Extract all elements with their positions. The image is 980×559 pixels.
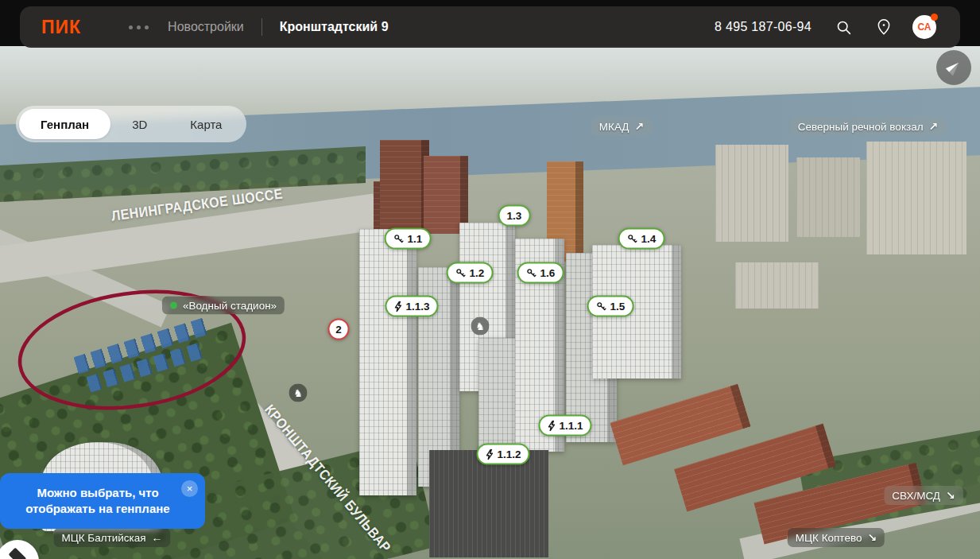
metro-dot-icon — [170, 302, 177, 309]
layers-icon — [9, 548, 27, 559]
building-marker-1-1-1[interactable]: 1.1.1 — [538, 415, 591, 437]
building-marker-1-1-2[interactable]: 1.1.2 — [476, 444, 529, 465]
marker-label: 1.4 — [641, 233, 657, 245]
playground-horse-icon[interactable]: ♞ — [289, 384, 308, 402]
search-icon[interactable] — [835, 19, 852, 36]
arrow-down-right-icon: ↘ — [946, 489, 955, 502]
label-severny-rechnoy-vokzal: Северный речной вокзал ↗ — [790, 117, 947, 136]
view-switcher: Генплан 3D Карта — [16, 106, 246, 142]
arrow-left-icon: ← — [152, 531, 163, 544]
avatar[interactable]: СА — [912, 15, 936, 39]
marker-label: 2 — [335, 324, 342, 336]
label-mck-koptevo: МЦК Коптево ↘ — [788, 528, 885, 547]
tower — [359, 229, 416, 495]
building — [429, 450, 548, 557]
tab-karta[interactable]: Карта — [168, 109, 243, 139]
label-mck-baltiyskaya: МЦК Балтийская ← — [53, 528, 170, 547]
label-svh-msd: СВХ/МСД ↘ — [884, 486, 963, 505]
lightning-icon — [393, 301, 402, 312]
marker-label: 1.5 — [610, 301, 626, 312]
tab-3d[interactable]: 3D — [110, 109, 168, 139]
location-pin-icon[interactable] — [876, 18, 892, 36]
playground-horse-icon[interactable]: ♞ — [471, 317, 490, 336]
pik-logo[interactable]: ПИК — [41, 17, 81, 38]
label-metro-vodny-stadion: «Водный стадион» — [162, 297, 285, 315]
close-icon[interactable]: × — [181, 480, 198, 497]
marker-label: 1.2 — [470, 267, 485, 279]
tooltip-text: Можно выбрать, что отображать на генплан… — [14, 485, 181, 517]
building — [796, 157, 860, 237]
building-marker-2[interactable]: 2 — [328, 319, 350, 340]
nav-novostroyki[interactable]: Новостройки — [168, 20, 244, 34]
marker-label: 1.1 — [408, 233, 423, 245]
arrow-up-right-icon: ↗ — [929, 120, 939, 133]
building — [735, 262, 819, 309]
building — [715, 145, 788, 242]
label-mkad: МКАД ↗ — [591, 117, 652, 136]
keys-icon — [526, 267, 537, 278]
building-marker-1-1[interactable]: 1.1 — [385, 228, 432, 250]
marker-label: 1.1.3 — [405, 301, 429, 312]
building — [380, 140, 429, 232]
compass-button[interactable] — [936, 50, 971, 85]
building-marker-1-2[interactable]: 1.2 — [447, 262, 494, 284]
marker-label: 1.3 — [507, 210, 522, 222]
avatar-initials: СА — [917, 21, 931, 33]
header-divider — [261, 18, 262, 36]
marker-label: 1.1.2 — [497, 448, 521, 460]
project-title: Кронштадтский 9 — [280, 20, 389, 34]
phone-number[interactable]: 8 495 187-06-94 — [715, 20, 812, 34]
compass-needle-icon — [940, 54, 967, 81]
notification-dot — [931, 14, 938, 21]
keys-icon — [627, 233, 638, 244]
keys-icon — [596, 301, 607, 312]
header-bar: ПИК Новостройки Кронштадтский 9 8 495 18… — [20, 6, 960, 48]
building-marker-1-4[interactable]: 1.4 — [618, 228, 665, 250]
building — [866, 142, 966, 254]
building-marker-1-6[interactable]: 1.6 — [517, 262, 564, 284]
marker-label: 1.6 — [540, 267, 556, 279]
arrow-down-right-icon: ↘ — [867, 531, 877, 544]
building-marker-1-1-3[interactable]: 1.1.3 — [385, 296, 438, 317]
building-marker-1-3[interactable]: 1.3 — [498, 205, 531, 227]
tab-genplan[interactable]: Генплан — [19, 109, 110, 139]
arrow-up-right-icon: ↗ — [634, 120, 644, 133]
lightning-icon — [485, 448, 494, 460]
lightning-icon — [547, 420, 556, 431]
marker-label: 1.1.1 — [559, 420, 583, 432]
menu-dots-icon[interactable] — [129, 25, 149, 29]
building-marker-1-5[interactable]: 1.5 — [587, 296, 634, 317]
keys-icon — [393, 233, 405, 244]
genplan-hint-tooltip: Можно выбрать, что отображать на генплан… — [0, 473, 205, 529]
keys-icon — [455, 267, 467, 278]
